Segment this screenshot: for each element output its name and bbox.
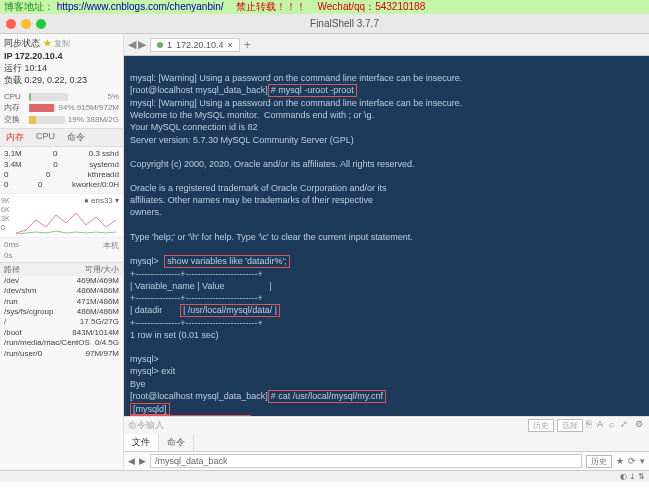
traffic-lights	[6, 19, 46, 29]
tab-cmd[interactable]: 命令	[61, 129, 91, 146]
page-banner: 博客地址： https://www.cnblogs.com/chenyanbin…	[0, 0, 649, 14]
back-icon[interactable]: ◀	[128, 38, 136, 51]
proc-list: 3.1M00.3 sshd 3.4M0systemd 00kthreadd 00…	[0, 147, 123, 193]
toolbar: ◀▶ 1172.20.10.4× +	[124, 34, 649, 56]
mysqld-section: [mysqld]	[130, 403, 170, 416]
bookmark-icon[interactable]: ★	[616, 456, 624, 466]
command-input-bar: 命令输入 历史 选择 ⎘ A ⌕ ⤢ ⚙	[124, 416, 649, 434]
add-tab-icon[interactable]: +	[244, 38, 251, 52]
min-traffic[interactable]	[21, 19, 31, 29]
status-bar: ◐ ⤓ ⇅	[0, 470, 649, 482]
tab-commands[interactable]: 命令	[159, 434, 194, 451]
close-icon[interactable]: ×	[228, 40, 233, 50]
blog-label: 博客地址：	[4, 1, 54, 12]
sync-status: 同步状态 ★ 复制 IP 172.20.10.4 运行 10:14 负载 0.2…	[0, 34, 123, 89]
cpu-meter: CPU5%	[4, 92, 119, 101]
bottom-tabs: 文件 命令	[124, 434, 649, 452]
history-button[interactable]: 历史	[586, 455, 612, 468]
path-input[interactable]: /mysql_data_back	[150, 454, 582, 468]
tab-files[interactable]: 文件	[124, 434, 159, 451]
mem-meter: 内存94% 915M/972M	[4, 102, 119, 113]
swap-meter: 交换19% 388M/2G	[4, 114, 119, 125]
status-icons[interactable]: ◐ ⤓ ⇅	[620, 472, 645, 481]
cmd-placeholder[interactable]: 命令输入	[128, 419, 164, 432]
file-path-bar: ◀ ▶ /mysql_data_back 历史 ★ ⟳ ▾	[124, 452, 649, 470]
toolbar-icons[interactable]: ⎘ A ⌕ ⤢ ⚙	[586, 419, 645, 432]
datadir-config: datadir=/usr/local/mysql/data	[130, 415, 251, 416]
tab-cpu[interactable]: CPU	[30, 129, 61, 146]
main-panel: ◀▶ 1172.20.10.4× + mysql: [Warning] Usin…	[124, 34, 649, 470]
more-icon[interactable]: ▾	[640, 456, 645, 466]
window-titlebar: FinalShell 3.7.7	[0, 14, 649, 34]
timing: 0ms本机 0s	[0, 237, 123, 262]
cmd-cat-mycnf: # cat /usr/local/mysql/my.cnf	[268, 390, 386, 403]
max-traffic[interactable]	[36, 19, 46, 29]
ip-address: IP 172.20.10.4	[4, 50, 119, 62]
terminal[interactable]: mysql: [Warning] Using a password on the…	[124, 56, 649, 416]
back-icon[interactable]: ◀	[128, 456, 135, 466]
connection-tab[interactable]: 1172.20.10.4×	[150, 38, 240, 52]
refresh-icon[interactable]: ⟳	[628, 456, 636, 466]
tab-mem[interactable]: 内存	[0, 129, 30, 146]
history-button[interactable]: 历史	[528, 419, 554, 432]
status-dot-icon	[157, 42, 163, 48]
blog-link[interactable]: https://www.cnblogs.com/chenyanbin/	[57, 1, 224, 12]
sql-show-variables: show variables like 'datadir%';	[164, 255, 290, 268]
close-traffic[interactable]	[6, 19, 16, 29]
fwd-icon[interactable]: ▶	[139, 456, 146, 466]
sidebar: 同步状态 ★ 复制 IP 172.20.10.4 运行 10:14 负载 0.2…	[0, 34, 124, 470]
proc-tabs: 内存 CPU 命令	[0, 128, 123, 147]
window-title: FinalShell 3.7.7	[46, 18, 643, 29]
disk-list: 路径可用/大小 /dev469M/469M /dev/shm486M/486M …	[0, 262, 123, 470]
select-button[interactable]: 选择	[557, 419, 583, 432]
datadir-value: | /usr/local/mysql/data/ |	[180, 304, 280, 317]
fwd-icon[interactable]: ▶	[138, 38, 146, 51]
net-iface[interactable]: ● ens33 ▾	[84, 196, 119, 205]
banner-contact: Wechat/qq：543210188	[318, 0, 426, 14]
banner-warn: 禁止转载！！！	[236, 0, 306, 14]
cmd-mysql-login: # mysql -uroot -proot	[268, 84, 357, 97]
net-chart: 9K6K3K0 ● ens33 ▾	[0, 193, 123, 237]
resource-meters: CPU5% 内存94% 915M/972M 交换19% 388M/2G	[0, 89, 123, 128]
